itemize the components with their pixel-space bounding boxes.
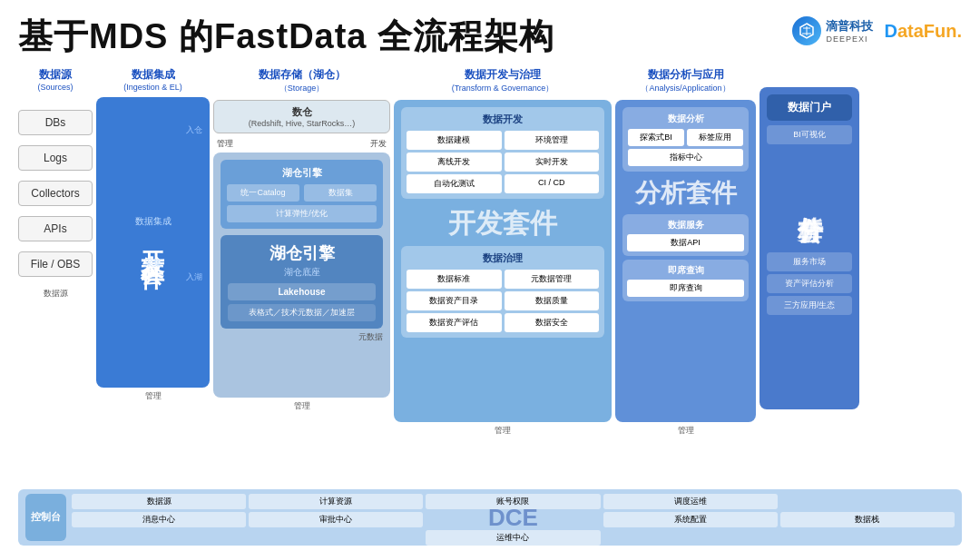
analysis-box: 数据分析 探索式BI 标签应用 指标中心 分析套件 数据服务 数据API [615,100,756,422]
dev-item-2: 离线开发 [407,153,502,172]
gov-title: 数据治理 [407,251,599,265]
bottom-grid: 数据源 计算资源 账号权限 调度运维 消息中心 审批中心 系统配置 数据栈 运维… [72,494,955,541]
lakehouse-tech: 表格式／技术元数据／加速层 [228,304,376,321]
diagram-container: 数据源 (Sources) DBs Logs Collectors APIs F… [18,67,962,485]
data-api: 数据API [627,234,744,251]
data-service-title: 数据服务 [627,219,744,231]
col-sources: 数据源 (Sources) DBs Logs Collectors APIs F… [18,67,93,485]
we-shujuji: 数据集 [304,184,377,202]
deepexi-icon [792,16,821,45]
page-wrapper: 基于MDS 的FastData 全流程架构 滴普科技 DEEPEXI DataF… [0,0,980,551]
dev-item-4: 自动化测试 [407,174,502,193]
portal-box: 数据门户 BI可视化 分析套件 服务市场 资产评估分析 三方应用/生态 [760,87,859,409]
ruhu-label: 入湖 [186,271,202,283]
we-compute: 计算弹性/优化 [227,205,377,222]
bc-2: 账号权限 [426,494,600,509]
deepexi-text: 滴普科技 DEEPEXI [826,18,873,44]
data-service-section: 数据服务 数据API [622,214,749,256]
ingestion-header-zh: 数据集成 [96,67,210,83]
immediate-query-section: 即席查询 即席查询 [622,260,749,301]
bc-1: 计算资源 [249,494,423,509]
immediate-query-title: 即席查询 [627,264,744,277]
bc-3: 调度运维 [603,494,778,509]
bc-7 [426,512,600,527]
storage-main: 湖仓引擎 统一Catalog 数据集 计算弹性/优化 湖仓引擎 湖仓底座 Lak… [213,153,390,398]
sources-header-en: (Sources) [18,83,93,92]
ingestion-title-label: 数据集成 [135,215,172,228]
warehouse-engine: 湖仓引擎 统一Catalog 数据集 计算弹性/优化 [220,160,383,229]
source-dbs: DBs [18,110,93,135]
dev-item-0: 数据建模 [407,131,502,150]
devgov-header-en: (Transform & Governance） [394,83,612,94]
bc-11 [249,530,423,546]
portal-big-text: 分析套件 [792,147,827,247]
analysis-bi: 探索式BI [628,129,684,146]
gov-section: 数据治理 数据标准 元数据管理 数据资产目录 数据质量 数据资产评估 数据安全 [401,246,604,338]
dev-item-1: 环境管理 [505,131,600,150]
bc-14 [780,530,955,546]
we-row1: 统一Catalog 数据集 [227,184,377,202]
gov-item-2: 数据资产目录 [407,291,502,310]
dev-item-3: 实时开发 [505,153,600,172]
analysis-title: 数据分析 [628,113,743,125]
storage-header-en: （Storage） [213,83,390,94]
dev-grid: 数据建模 环境管理 离线开发 实时开发 自动化测试 CI / CD [407,131,599,193]
bc-10 [72,530,246,546]
storage-bottom-manage: 管理 [213,400,390,412]
lakehouse-big-title: 湖仓引擎 [228,242,376,264]
gov-item-1: 元数据管理 [505,270,600,289]
bc-8: 系统配置 [603,512,778,527]
storage-top-box: 数仓 (Redshift, Hive, StarRocks…) [213,100,390,133]
portal-service: 服务市场 [767,252,852,271]
bc-13 [603,530,778,546]
devgov-box: 数据开发 数据建模 环境管理 离线开发 实时开发 自动化测试 CI / CD 开… [394,100,612,422]
dev-item-5: CI / CD [505,174,600,193]
analysis-manage-label: 管理 [615,425,756,437]
lakehouse-box: 湖仓引擎 湖仓底座 Lakehouse 表格式／技术元数据／加速层 [220,235,383,329]
storage-manage-label: 管理 [217,138,233,150]
storage-dw-sub: (Redshift, Hive, StarRocks…) [221,119,382,128]
sources-list: DBs Logs Collectors APIs File / OBS [18,110,93,282]
source-collectors: Collectors [18,181,93,206]
bc-5: 消息中心 [72,512,246,527]
col-ingestion: 数据集成 (Ingestion & EL) 数据集成 开发套件 采集 入仓 入湖… [96,67,210,485]
storage-kaifu-label: 开发 [370,138,387,150]
portal-third: 三方应用/生态 [767,296,852,315]
storage-header-zh: 数据存储（湖仓） [213,67,390,83]
we-catalog: 统一Catalog [227,184,299,202]
portal-evaluate: 资产评估分析 [767,274,852,293]
bc-0: 数据源 [72,494,246,509]
ingestion-big-text: 开发套件 [137,231,169,253]
portal-title: 数据门户 [767,94,852,121]
analysis-zhibiao: 指标中心 [628,149,743,166]
source-apis: APIs [18,216,93,241]
gov-grid: 数据标准 元数据管理 数据资产目录 数据质量 数据资产评估 数据安全 [407,270,599,332]
analysis-section: 数据分析 探索式BI 标签应用 指标中心 [622,107,749,172]
devgov-bottom-manage: 管理 [394,425,612,437]
analysis-header-zh: 数据分析与应用 [615,67,756,83]
storage-dw-title: 数仓 [221,105,382,119]
rucang-label: 入仓 [186,124,202,136]
datafun-logo: DataFun. [884,21,962,42]
dev-section: 数据开发 数据建模 环境管理 离线开发 实时开发 自动化测试 CI / CD [401,107,604,199]
ingestion-box: 数据集成 开发套件 采集 入仓 入湖 [96,97,210,388]
devgov-header-zh: 数据开发与治理 [394,67,612,83]
lakehouse-name: Lakehouse [228,283,376,300]
col-storage: 数据存储（湖仓） （Storage） 数仓 (Redshift, Hive, S… [213,67,390,485]
control-panel: 控制台 [25,494,66,541]
lakehouse-sub: 湖仓底座 [228,266,376,279]
dev-title: 数据开发 [407,113,599,126]
gov-item-3: 数据质量 [505,291,600,310]
logos-area: 滴普科技 DEEPEXI DataFun. [792,16,962,45]
we-title: 湖仓引擎 [227,166,377,180]
ingestion-sub-label: 采集 [144,257,162,270]
analysis-big-kit: 分析套件 [622,176,749,211]
source-logs: Logs [18,145,93,171]
deepexi-logo: 滴普科技 DEEPEXI [792,16,873,45]
devgov-big-kit: 开发套件 [401,205,604,242]
immediate-query-item: 即席查询 [627,280,744,297]
bc-9: 数据栈 [780,512,955,527]
bc-6: 审批中心 [249,512,423,527]
source-file-obs: File / OBS [18,251,93,277]
ingestion-header-en: (Ingestion & EL) [96,83,210,92]
